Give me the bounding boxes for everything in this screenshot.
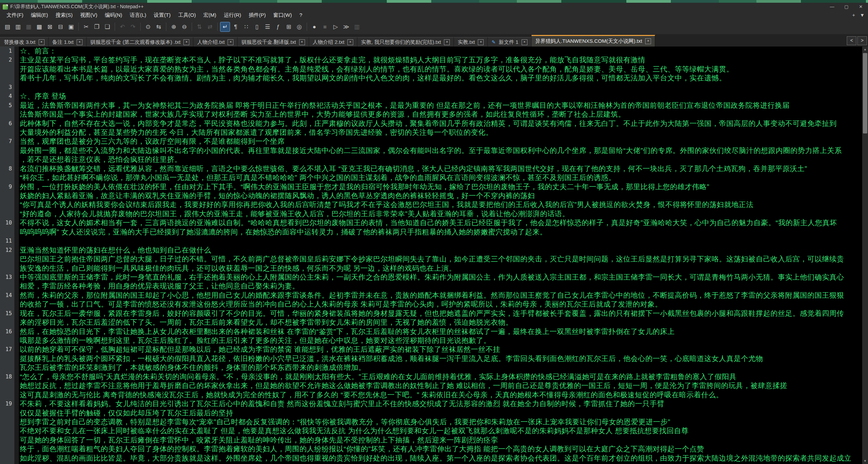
text-line[interactable]: 外围，一位打扮妖娆的美人依偎在壮汉的怀里，任由对方上下其手。“啊伟大的亚瀚国王臣… <box>19 182 862 191</box>
redo-button[interactable]: ↷ <box>128 22 138 32</box>
menu-plugins[interactable]: 插件(P) <box>245 12 269 19</box>
text-line[interactable]: 现在，瓦尔王后一袭华服，紧跟在李雷身后，姣好的容颜吸引了不少的目光。可惜，华丽的… <box>19 309 862 318</box>
text-line[interactable]: ☆、前言： <box>19 47 862 55</box>
text-line[interactable]: 可是她的身体回答了一切，瓦尔王后瘫倒在李雷怀中，咬紧牙关阻止羞耻的呻吟传出，她的… <box>19 436 862 444</box>
tab-close-icon[interactable]: × <box>478 39 484 45</box>
undo-button[interactable]: ↶ <box>117 22 127 32</box>
tab-close-icon[interactable]: × <box>183 39 189 45</box>
text-line[interactable]: 哦那是多么激情的一晚啊想到这里，瓦尔王后脸红了。脸红的王后引来了更多的关注，但是… <box>19 336 862 345</box>
close-window-button[interactable]: ✕ <box>854 3 868 11</box>
print-button[interactable]: ▣ <box>66 22 76 32</box>
save-all-button[interactable]: ▩ <box>34 22 44 32</box>
macro-save-button[interactable]: ▥ <box>352 22 362 32</box>
menu-window[interactable]: 窗口(W) <box>269 12 295 19</box>
text-line[interactable]: 如此淫秽、混乱的画面比比皆是。毕竟，大部分贵族就是这样。外围坐席处，几个帝国也得… <box>19 454 862 463</box>
monitoring-button[interactable]: ◎ <box>294 22 304 32</box>
tab-item[interactable]: 驯服恶役千金 (第二次观看修改版本) .txt× <box>87 37 193 47</box>
macro-play-button[interactable]: ▷ <box>331 22 341 32</box>
text-line[interactable]: 以前的她穿着可不保守，低胸超短裙可是标配但是那晚以后，她已经成为李雷的禁脔 谁能… <box>19 345 862 354</box>
copy-button[interactable]: ❐ <box>92 22 102 32</box>
text-line[interactable]: 仅仅是被握住手臂的触碰，仅仅如此却压垮了瓦尔王后最后的坚持 <box>19 409 862 417</box>
tab-close-icon[interactable]: × <box>522 39 527 45</box>
tab-item[interactable]: 实教, 我只想要你们的奖励(完结).txt× <box>357 37 454 47</box>
minimize-button[interactable]: — <box>825 3 839 11</box>
folder-workspace-button[interactable]: ⊞ <box>284 22 294 32</box>
text-line[interactable]: 挺拔酥乳上的乳头被两个圆环紧扣，一根硕大的假阳具直入花径，依旧粉嫩的小穴早已泛滥… <box>19 354 862 363</box>
text-line[interactable]: 不绝对不要和女儿在一张床上同时被临幸什么的实在太羞耻了 但是，他要是真想这么做我… <box>19 426 862 435</box>
tab-item[interactable]: 驯服恶役千金.翻译版.txt× <box>238 37 309 47</box>
menu-run[interactable]: 运行(R) <box>220 12 245 19</box>
menu-help[interactable]: ? <box>296 12 306 19</box>
find-button[interactable]: ⊙ <box>143 22 153 32</box>
text-line[interactable]: 最近，法鲁斯帝国有两件大事，其一为女神祭祀其二为政务院换届 即将于明日正午举行的… <box>19 101 862 110</box>
menu-tools[interactable]: 工具(O) <box>174 12 200 19</box>
function-list-button[interactable]: ƒ <box>273 22 283 32</box>
indent-guide-button[interactable]: ∷ <box>241 22 251 32</box>
close-file-button[interactable]: ⊠ <box>45 22 55 32</box>
text-line[interactable]: “科尔王，如此甚好啊不瞒你说，那弹丸小国虽一无是处，但那王后可真是不错哈哈哈” … <box>19 173 862 182</box>
scrollbar-thumb[interactable] <box>863 53 867 133</box>
text-line[interactable]: ，若不是还想着注意仪表，恐怕会疯狂的往里挤。 <box>19 155 862 164</box>
sync-horizontal-button[interactable]: ⇄ <box>205 22 215 32</box>
new-file-button[interactable]: ▤ <box>2 22 12 32</box>
text-line[interactable]: 然后，在她惊恐的目光下，李雷让她换上从女儿的衣柜里翻出来的各种裙装和丝袜 在李雷… <box>19 327 862 336</box>
text-line[interactable]: 终于，面色潮红喘着粗气的美妇人夺回了身体的控制权。李雷抱着瘫软的美妇人，周围的人… <box>19 444 862 453</box>
text-line[interactable]: 大量境外的利益分配，甚至是某些势力的生死 今日，大陆所有国家都派遣了观摩团前来，… <box>19 128 862 137</box>
macro-run-multiple-button[interactable]: ≫ <box>341 22 351 32</box>
replace-button[interactable]: ⇆ <box>154 22 164 32</box>
text-line[interactable]: 这可真是刺激的无与伦比 离奇背德的快感淹没瓦尔王后，她就快成为完全的性奴了，用不… <box>19 390 862 399</box>
tab-close-icon[interactable]: × <box>299 39 305 45</box>
macro-record-button[interactable]: ● <box>309 22 319 32</box>
text-line[interactable] <box>19 236 862 245</box>
doc-list-button[interactable]: ☰ <box>263 22 272 32</box>
text-line[interactable]: 不得不说，这女人的媚术相当有一套，三言两语挑逗的亚瀚难以自制。“哈哈哈真想看到巴… <box>19 218 862 227</box>
tab-close-icon[interactable]: × <box>228 39 233 45</box>
text-line[interactable]: 亚瀚当然知道怀里的荡妇在想什么，他也知到自己在做什么 <box>19 246 862 255</box>
zoom-in-button[interactable]: ⊕ <box>169 22 179 32</box>
tab-item[interactable]: 异界猎妈人.TIANWENXS.COM(天文小说网).txt× <box>532 35 655 47</box>
text-line[interactable]: 巴尔坦国王之前抱住帝国两广总督的大腿，日子过的不错。可惜，不久前两广总督被帝国皇… <box>19 255 862 263</box>
tab-item[interactable]: 备注 1.txt× <box>49 37 87 47</box>
text-line[interactable]: 妖娆的妇人紧贴着亚瀚，故意让丰满的双乳夹住亚瀚的手臂，短的惊心动魄的裙摆随风飘动… <box>19 191 862 200</box>
text-line[interactable]: 想到李雷之前对自己的变态调教，特别是想起李雷每次“宠幸”自己时都会反复强调的：“… <box>19 417 862 426</box>
text-line[interactable]: 她想过反抗，想过趁李雷不注意将他用于羞辱折磨自己的坏家伙拿出来，但是她的欲望不允… <box>19 381 862 390</box>
tab-item[interactable]: 实教.txt× <box>454 37 488 47</box>
text-line[interactable]: 相爱，李雷历经各种考验，用自身的优异表现说服了父王，让他同意自己娶朱莉为妻。 <box>19 282 862 291</box>
tab-close-icon[interactable]: × <box>39 39 44 45</box>
tab-item[interactable]: 替换修改 3.txt× <box>0 37 49 47</box>
text-line[interactable]: 然而，朱莉的父亲，那位附属国的国王却起了小心思，他想用自己女儿的婚配来跟李雷谈条… <box>19 291 862 300</box>
menu-file[interactable]: 文件(F) <box>3 12 27 19</box>
text-line[interactable]: 瓦尔王后被李雷的坏笑刺激到了，本就敏感的身体不住的颤抖，身体里的那个坏东西带来的… <box>19 363 862 372</box>
text-line[interactable]: 开篇应该能看出本书是长篇，以最近大家喜爱的熟女为主，当然各类角色都会有。主角是纯… <box>19 65 862 74</box>
tab-close-icon[interactable]: × <box>645 38 651 44</box>
text-line[interactable]: 的收拾了一顿，出了口气。可是李雷的愤怒还没有发泄这份怒火理所应当的冲向自己的心上… <box>19 300 862 309</box>
text-line[interactable]: 族安逸的生活，自己则能得到一具风味极佳的肉玩具，还可以收获羞辱一国之王的快感，何… <box>19 264 862 273</box>
menu-encoding[interactable]: 编码(N) <box>101 12 126 19</box>
text-line[interactable]: 中等强国底里斯的王储李雷，此时一身笔直的礼服，右手还抱着美丽的心上人附属国的公主… <box>19 273 862 282</box>
menu-language[interactable]: 语言(L) <box>126 12 150 19</box>
menu-edit[interactable]: 编辑(E) <box>27 12 52 19</box>
scroll-down-arrow-icon[interactable]: ▼ <box>862 458 868 464</box>
text-line[interactable]: “怎么了，母亲您不舒服吗”天真烂漫的朱莉关切的询问着母亲。“不，母亲没事的，就是… <box>19 372 862 381</box>
text-line[interactable]: ☆、序章 登场 <box>19 92 862 101</box>
vertical-scrollbar[interactable]: ▲ ▼ <box>862 47 868 464</box>
doc-map-button[interactable]: ▯ <box>252 22 262 32</box>
menu-plus-button[interactable]: + <box>852 12 855 18</box>
menu-view[interactable]: 视图(V) <box>76 12 101 19</box>
scroll-up-arrow-icon[interactable]: ▲ <box>862 47 868 52</box>
text-line[interactable]: 法鲁斯帝国是一个事实上的封建国家，世家大族几乎实现了对权利垄断 实力至上的世界中… <box>19 110 862 119</box>
menu-search[interactable]: 搜索(S) <box>52 12 76 19</box>
text-line[interactable]: 主业是在某平台写书，平台签约写手，现在垄断资本不当人，脖子以下不准写就算了，版权… <box>19 55 862 64</box>
tab-close-icon[interactable]: × <box>77 39 82 45</box>
text-line[interactable]: 看书十几年，写书几年，纯肉的文写长了不会有激情。剧情为主，肉为辅才能长久，我期望… <box>19 74 862 82</box>
save-button[interactable]: ▦ <box>24 22 34 32</box>
maximize-button[interactable]: ▢ <box>839 3 854 11</box>
tab-item[interactable]: 人物介绍.txt× <box>193 37 238 47</box>
paste-button[interactable]: ❏ <box>102 22 112 32</box>
word-wrap-button[interactable]: ↵ <box>220 22 230 32</box>
text-line[interactable]: 来的淫秽目光，瓦尔王后羞涩的低下了头。一周前，瓦尔王后前来看望女儿，却不想被李雷… <box>19 318 862 327</box>
text-line[interactable]: 最外围一圈，都是些不入流势力和大陆边缘叫不出名字的小国的代表。再往里靠就是接近大… <box>19 146 862 155</box>
tab-item[interactable]: ✎新文件 1× <box>488 37 531 47</box>
text-line[interactable]: 呜呜呜呜啊” 女人还没说完，亚瀚的大手已经摸到了她湿漉漉的胯间，在她惊恐的面容中… <box>19 228 862 236</box>
zoom-out-button[interactable]: ⊖ <box>179 22 189 32</box>
